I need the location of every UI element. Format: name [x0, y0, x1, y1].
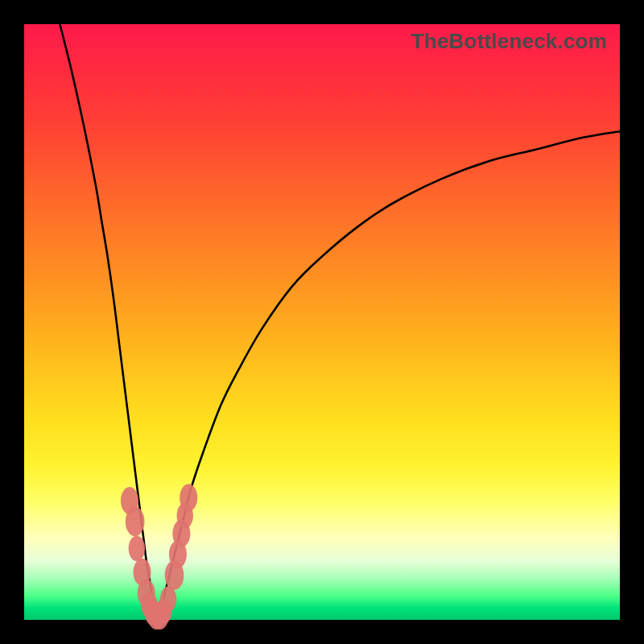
left-curve: [60, 24, 158, 620]
chart-frame: TheBottleneck.com: [0, 0, 644, 644]
cluster-dot: [160, 586, 176, 612]
cluster-dot: [129, 535, 145, 561]
right-curve: [159, 131, 621, 620]
plot-area: TheBottleneck.com: [24, 24, 620, 620]
curve-overlay: [24, 24, 620, 620]
cluster-dot: [180, 484, 197, 511]
cluster-dots: [121, 484, 197, 630]
cluster-dot: [126, 507, 145, 537]
